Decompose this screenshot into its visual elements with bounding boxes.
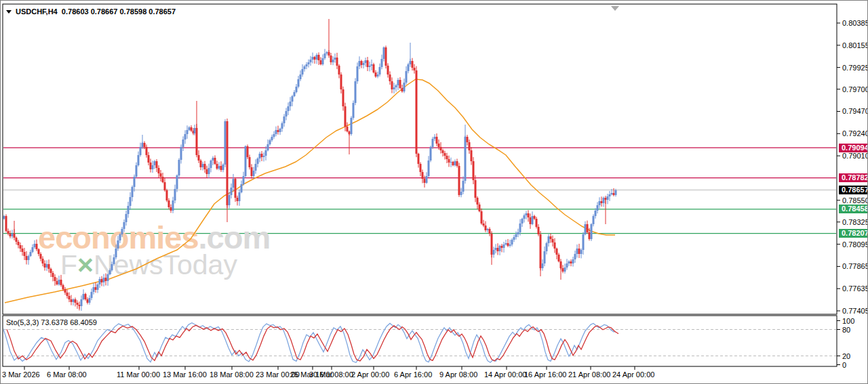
price-badge-0.78458: 0.78458: [839, 205, 868, 213]
time-tick-label: 21 Apr 08:00: [568, 370, 610, 379]
chart-title: USDCHF,H4 0.78603 0.78667 0.78598 0.7865…: [6, 7, 176, 16]
trading-chart-window: economies.comF×NewsToday USDCHF,H4 0.786…: [0, 0, 868, 384]
time-tick-label: 18 Mar 08:00: [210, 370, 254, 379]
time-tick-label: 24 Apr 00:00: [612, 370, 654, 379]
time-tick-label: 30 Mar 08:00: [309, 370, 353, 379]
price-tick-label: 0.79010: [842, 152, 868, 160]
time-tick-label: 16 Apr 16:00: [524, 370, 566, 379]
price-badge-0.79094: 0.79094: [839, 144, 868, 152]
price-tick-label: 0.79240: [842, 129, 868, 137]
time-tick-label: 6 Apr 16:00: [394, 370, 432, 379]
time-tick-label: 11 Mar 00:00: [117, 370, 160, 379]
time-tick-label: 6 Mar 08:00: [47, 370, 87, 379]
watermark-line2: F×NewsToday: [60, 249, 237, 280]
chart-shift-marker[interactable]: [611, 6, 619, 11]
sto-k-line[interactable]: [3, 323, 614, 363]
price-tick-label: 0.79700: [842, 85, 868, 93]
sto-tick-label: 100: [842, 317, 854, 325]
price-tick-label: 0.80155: [842, 41, 868, 49]
ohlc-values: 0.78603 0.78667 0.78598 0.78657: [62, 7, 176, 16]
indicator-label: Sto(5,3,3) 73.6378 68.4059: [6, 318, 97, 326]
price-badge-0.78782: 0.78782: [839, 173, 868, 182]
price-tick-label: 0.77865: [842, 262, 868, 270]
sto-tick-label: 20: [842, 352, 850, 360]
time-tick-label: 14 Apr 00:00: [484, 370, 526, 379]
price-tick-label: 0.78550: [842, 196, 868, 205]
price-tick-label: 0.78325: [842, 218, 868, 226]
chart-canvas: economies.comF×NewsToday: [1, 1, 868, 384]
price-tick-label: 0.79925: [842, 64, 868, 72]
price-tick-label: 0.77635: [842, 284, 868, 293]
time-tick-label: 13 Mar 16:00: [163, 370, 207, 379]
sto-plot-frame: [3, 316, 837, 366]
sto-tick-label: 80: [842, 326, 850, 334]
time-tick-label: 2 Apr 00:00: [351, 370, 389, 379]
time-tick-label: 3 Mar 2026: [2, 370, 40, 379]
symbol-timeframe: USDCHF,H4: [16, 7, 58, 16]
ohlc-toggle-icon[interactable]: [6, 10, 12, 14]
price-tick-label: 0.80385: [842, 19, 868, 27]
time-tick-label: 9 Apr 08:00: [439, 370, 477, 379]
price-badge-0.78657: 0.78657: [839, 186, 868, 194]
price-badge-0.78207: 0.78207: [839, 229, 868, 238]
price-tick-label: 0.78095: [842, 240, 868, 249]
price-tick-label: 0.77405: [842, 307, 868, 315]
sto-tick-label: 0: [842, 361, 846, 369]
price-tick-label: 0.79470: [842, 107, 868, 115]
